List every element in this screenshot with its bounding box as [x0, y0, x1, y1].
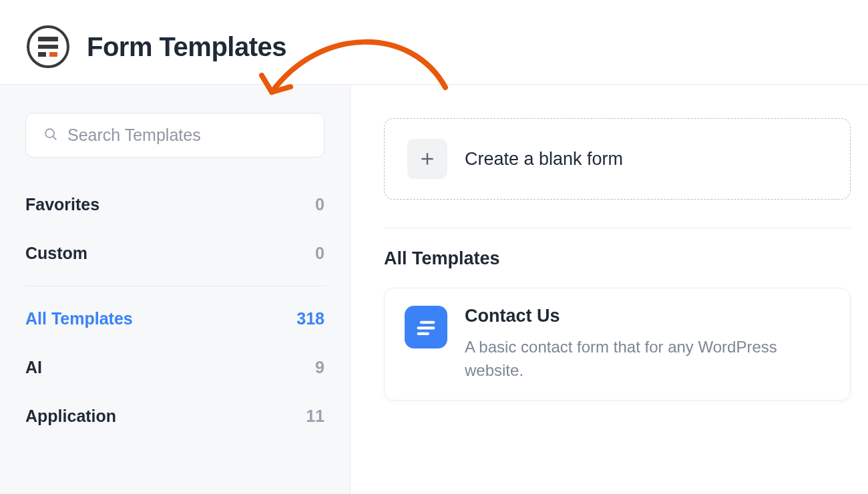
- section-title: All Templates: [384, 248, 851, 269]
- form-icon: [405, 306, 447, 348]
- template-card-contact-us[interactable]: Contact Us A basic contact form that for…: [384, 288, 851, 401]
- sidebar-item-label: Application: [25, 407, 116, 426]
- sidebar-item-label: Custom: [25, 244, 87, 263]
- sidebar: Favorites 0 Custom 0 All Templates 318 A…: [0, 85, 351, 494]
- app-logo-icon: [27, 25, 69, 68]
- create-blank-form-card[interactable]: Create a blank form: [384, 118, 851, 200]
- sidebar-item-ai[interactable]: AI 9: [25, 343, 324, 392]
- sidebar-item-count: 11: [306, 407, 324, 426]
- create-blank-form-label: Create a blank form: [465, 149, 623, 170]
- sidebar-item-label: AI: [25, 358, 42, 377]
- main-content: Create a blank form All Templates Contac…: [351, 85, 868, 494]
- plus-icon: [407, 139, 447, 179]
- sidebar-item-label: All Templates: [25, 309, 133, 328]
- sidebar-item-count: 0: [315, 195, 324, 214]
- sidebar-item-favorites[interactable]: Favorites 0: [25, 180, 324, 229]
- sidebar-item-count: 318: [296, 309, 324, 328]
- sidebar-item-all-templates[interactable]: All Templates 318: [25, 294, 324, 343]
- page-title: Form Templates: [87, 32, 286, 62]
- template-description: A basic contact form that for any WordPr…: [465, 336, 830, 383]
- sidebar-item-count: 0: [315, 244, 324, 263]
- category-list: Favorites 0 Custom 0 All Templates 318 A…: [25, 180, 324, 441]
- svg-point-0: [45, 129, 54, 138]
- sidebar-item-count: 9: [315, 358, 324, 377]
- sidebar-item-label: Favorites: [25, 195, 99, 214]
- search-input[interactable]: [67, 126, 306, 145]
- search-icon: [43, 127, 58, 144]
- search-input-wrap[interactable]: [25, 113, 324, 158]
- divider: [384, 228, 851, 228]
- sidebar-item-custom[interactable]: Custom 0: [25, 229, 324, 278]
- svg-line-1: [53, 136, 57, 140]
- sidebar-item-application[interactable]: Application 11: [25, 392, 324, 441]
- header: Form Templates: [0, 0, 868, 85]
- divider: [25, 286, 324, 286]
- template-title: Contact Us: [465, 306, 830, 326]
